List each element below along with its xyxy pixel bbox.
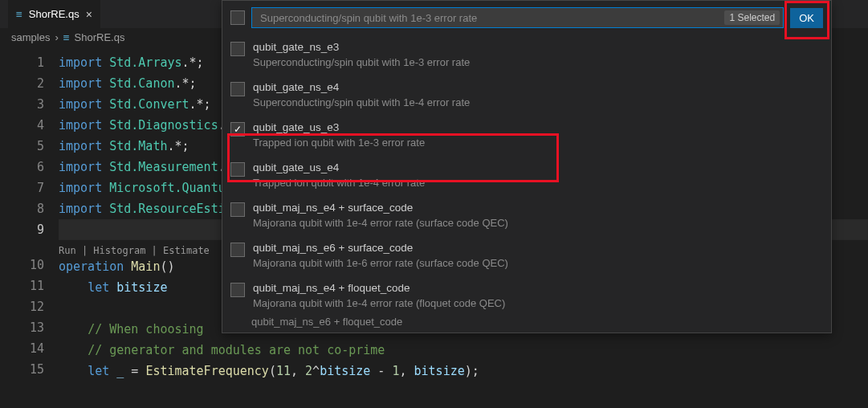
quick-pick-item[interactable]: qubit_gate_ns_e3 Superconducting/spin qu… <box>222 35 831 75</box>
quick-pick-input[interactable] <box>259 11 724 25</box>
quick-pick-item[interactable]: qubit_maj_ns_e4 + surface_code Majorana … <box>222 195 831 235</box>
ok-button[interactable]: OK <box>790 8 823 28</box>
breadcrumb-folder[interactable]: samples <box>11 31 50 43</box>
item-description: Trapped ion qubit with 1e-4 error rate <box>253 176 425 190</box>
item-label-cutoff: qubit_maj_ns_e6 + floquet_code <box>222 316 831 333</box>
close-icon[interactable]: × <box>86 8 92 21</box>
item-checkbox[interactable] <box>230 82 245 96</box>
item-checkbox[interactable] <box>230 243 245 257</box>
line-gutter: 1 2 3 4 5 6 7 8 9 10 11 12 13 14 15 <box>0 52 59 408</box>
quick-pick-panel: 1 Selected OK qubit_gate_ns_e3 Supercond… <box>222 0 832 333</box>
breadcrumb-file[interactable]: ShorRE.qs <box>75 31 125 43</box>
selection-count-badge: 1 Selected <box>724 10 780 25</box>
item-label: qubit_gate_us_e3 <box>253 120 425 136</box>
qs-file-icon: ≡ <box>16 8 22 20</box>
quick-pick-item[interactable]: qubit_maj_ns_e4 + floquet_code Majorana … <box>222 275 831 316</box>
quick-pick-input-wrap: 1 Selected <box>251 7 784 28</box>
item-description: Superconducting/spin qubit with 1e-4 err… <box>253 96 470 110</box>
quick-pick-item[interactable]: qubit_gate_ns_e4 Superconducting/spin qu… <box>222 75 831 115</box>
item-description: Trapped ion qubit with 1e-3 error rate <box>253 136 425 150</box>
item-description: Majorana qubit with 1e-6 error rate (sur… <box>253 256 508 271</box>
quick-pick-item[interactable]: qubit_maj_ns_e6 + surface_code Majorana … <box>222 235 831 275</box>
quick-pick-item[interactable]: qubit_gate_us_e4 Trapped ion qubit with … <box>222 155 831 195</box>
item-checkbox[interactable] <box>230 162 245 177</box>
tab-filename: ShorRE.qs <box>29 8 79 20</box>
quick-pick-item[interactable]: ✓ qubit_gate_us_e3 Trapped ion qubit wit… <box>222 115 831 155</box>
item-label: qubit_gate_us_e4 <box>253 160 425 176</box>
item-checkbox[interactable] <box>230 42 245 56</box>
item-description: Superconducting/spin qubit with 1e-3 err… <box>253 55 470 70</box>
item-label: qubit_maj_ns_e6 + surface_code <box>253 240 508 256</box>
item-checkbox[interactable]: ✓ <box>230 122 245 137</box>
quick-pick-header: 1 Selected OK <box>222 1 831 35</box>
tab-shorre[interactable]: ≡ ShorRE.qs × <box>8 0 100 28</box>
quick-pick-list: qubit_gate_ns_e3 Superconducting/spin qu… <box>222 35 831 333</box>
item-label: qubit_gate_ns_e4 <box>253 80 470 96</box>
item-label: qubit_maj_ns_e4 + floquet_code <box>253 280 505 296</box>
chevron-right-icon: › <box>55 31 58 43</box>
qs-file-icon: ≡ <box>63 31 70 43</box>
item-description: Majorana qubit with 1e-4 error rate (sur… <box>253 216 508 231</box>
item-checkbox[interactable] <box>230 283 245 297</box>
select-all-checkbox[interactable] <box>230 10 245 25</box>
item-label: qubit_gate_ns_e3 <box>253 39 470 55</box>
item-checkbox[interactable] <box>230 202 245 217</box>
item-description: Majorana qubit with 1e-4 error rate (flo… <box>253 296 505 311</box>
item-label: qubit_maj_ns_e4 + surface_code <box>253 200 508 216</box>
